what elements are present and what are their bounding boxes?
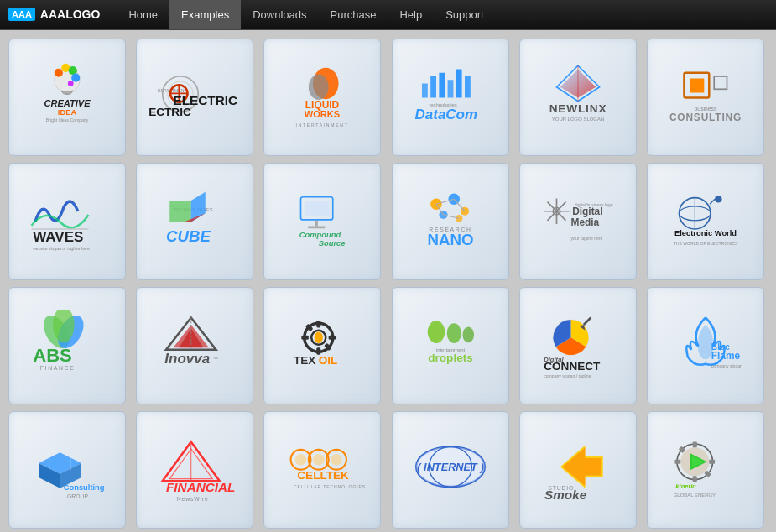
logo-card-consulting-group[interactable]: Consulting GROUP — [8, 411, 126, 529]
svg-text:( INTERNET ): ( INTERNET ) — [417, 461, 483, 473]
logo-card-celltek[interactable]: CELLTEK CELLULAR TECHNOLOGIES — [263, 411, 381, 529]
logo-card-studio-smoke[interactable]: STUDIO Smoke — [519, 411, 637, 529]
svg-text:WAVES: WAVES — [33, 229, 83, 245]
nav-help[interactable]: Help — [388, 0, 434, 29]
svg-rect-149 — [693, 441, 697, 447]
svg-rect-98 — [329, 335, 336, 339]
svg-rect-50 — [305, 201, 330, 216]
svg-rect-28 — [465, 76, 471, 98]
svg-text:NewsWire: NewsWire — [177, 496, 209, 502]
logo-card-kinetic[interactable]: kinetic GLOBAL ENERGY — [647, 411, 764, 529]
svg-text:YOUR LOGO SLOGAN: YOUR LOGO SLOGAN — [551, 116, 603, 121]
logo-card-financial[interactable]: FINANCIAL NewsWire — [136, 411, 253, 529]
svg-text:Bright Ideas Company: Bright Ideas Company — [46, 117, 89, 122]
svg-text:kinetic: kinetic — [675, 482, 696, 489]
nav-downloads[interactable]: Downloads — [241, 0, 318, 29]
svg-rect-27 — [456, 69, 461, 97]
svg-rect-23 — [422, 83, 428, 97]
svg-rect-150 — [693, 476, 697, 482]
svg-rect-151 — [674, 459, 680, 463]
svg-marker-45 — [169, 201, 191, 222]
svg-text:droplets: droplets — [428, 352, 473, 364]
logo-card-digital-connect[interactable]: Digital CONNECT company slogan / tagline — [519, 287, 637, 404]
svg-rect-95 — [317, 320, 321, 327]
svg-text:Smoke: Smoke — [544, 488, 587, 502]
svg-text:ABS: ABS — [33, 345, 72, 366]
svg-rect-26 — [447, 80, 453, 97]
nav-support[interactable]: Support — [434, 0, 496, 29]
nav-home[interactable]: Home — [117, 0, 169, 29]
svg-rect-52 — [308, 226, 325, 228]
svg-text:WORKS: WORKS — [305, 109, 340, 119]
logo-card-electronic-world[interactable]: Electronic World THE WORLD OF ELECTRONIC… — [647, 163, 764, 280]
navbar: AAA AAALOGO Home Examples Downloads Purc… — [0, 0, 776, 30]
logo-card-liquidworks[interactable]: LIQUID WORKS INTERTAINMENT — [263, 39, 381, 156]
svg-text:company slogan / tagline: company slogan / tagline — [544, 373, 591, 378]
logo-card-tex-oil[interactable]: TEX OIL — [263, 287, 381, 404]
svg-point-105 — [446, 323, 461, 343]
svg-text:IDEA: IDEA — [58, 107, 77, 116]
logo-card-internet[interactable]: ( INTERNET ) — [392, 411, 509, 529]
svg-text:Electronic World: Electronic World — [674, 229, 737, 237]
svg-point-106 — [462, 326, 474, 342]
nav-brand-text: AAALOGO — [40, 8, 101, 21]
svg-text:ELECTRIC: ELECTRIC — [174, 93, 238, 107]
svg-point-2 — [55, 68, 63, 76]
logo-card-datacom[interactable]: technologies DataCom — [392, 39, 509, 156]
svg-point-134 — [295, 453, 307, 465]
svg-point-5 — [71, 73, 80, 81]
logo-card-inovva[interactable]: Inovva ™ — [136, 287, 253, 404]
logo-card-waves[interactable]: WAVES website slogan or tagline here — [8, 163, 126, 280]
svg-point-19 — [309, 74, 329, 100]
logo-card-creative-idea[interactable]: CREATIVE IDEA Bright Ideas Company — [8, 39, 126, 156]
nav-brand: AAA AAALOGO — [8, 8, 100, 21]
svg-rect-24 — [430, 76, 436, 98]
logo-card-electric[interactable]: DEPARTMENT ELECTRIC ELECTRIC — [136, 39, 253, 156]
nav-logo-box: AAA — [8, 8, 35, 21]
svg-line-79 — [710, 199, 715, 204]
svg-rect-97 — [302, 335, 310, 339]
svg-text:FINANCE: FINANCE — [40, 365, 76, 371]
logo-card-abs[interactable]: ABS FINANCE — [8, 287, 126, 404]
logo-card-digital-media[interactable]: digital business logo Digital Media your… — [519, 163, 637, 280]
svg-text:your tagline here: your tagline here — [570, 235, 602, 240]
svg-text:TEX: TEX — [294, 353, 315, 366]
svg-text:NEWLINX: NEWLINX — [549, 102, 607, 114]
svg-point-136 — [331, 453, 343, 465]
svg-point-6 — [68, 81, 74, 86]
svg-text:CREATIVE: CREATIVE — [44, 97, 91, 107]
logo-card-blue-flame[interactable]: Blue Flame company slogan — [647, 287, 764, 404]
logo-card-nano[interactable]: RESEARCH NANO — [392, 163, 509, 280]
svg-point-59 — [455, 215, 462, 222]
logo-card-business-consulting[interactable]: business CONSULTING — [647, 39, 764, 156]
logo-card-cube[interactable]: TECHNOLOGIES CUBE — [136, 163, 253, 280]
svg-text:DataCom: DataCom — [414, 107, 477, 123]
svg-text:INTERTAINMENT: INTERTAINMENT — [296, 122, 349, 127]
logo-card-newlinx[interactable]: NEWLINX YOUR LOGO SLOGAN — [519, 39, 637, 156]
svg-rect-152 — [709, 459, 715, 463]
svg-rect-1 — [63, 91, 71, 94]
svg-text:Digital: Digital — [572, 206, 602, 217]
svg-text:CONSULTING: CONSULTING — [669, 111, 742, 123]
svg-text:CUBE: CUBE — [166, 227, 211, 245]
svg-text:CONNECT: CONNECT — [544, 360, 601, 373]
svg-text:Source: Source — [319, 239, 346, 248]
svg-text:THE WORLD OF ELECTRONICS: THE WORLD OF ELECTRONICS — [673, 240, 737, 245]
svg-text:Consulting: Consulting — [64, 483, 105, 492]
svg-point-135 — [313, 453, 325, 465]
svg-text:NANO: NANO — [427, 230, 473, 248]
svg-line-110 — [583, 317, 591, 325]
logo-card-compound-source[interactable]: Compound Source — [263, 163, 381, 280]
svg-text:Flame: Flame — [711, 349, 741, 361]
svg-point-101 — [315, 331, 323, 343]
svg-text:GROUP: GROUP — [67, 493, 88, 499]
svg-text:Media: Media — [570, 216, 599, 227]
svg-rect-37 — [690, 78, 704, 92]
svg-rect-51 — [315, 220, 318, 226]
nav-purchase[interactable]: Purchase — [319, 0, 388, 29]
svg-text:website slogan or tagline here: website slogan or tagline here — [33, 246, 90, 251]
logo-card-droplets[interactable]: intertainment droplets — [392, 287, 509, 404]
nav-examples[interactable]: Examples — [169, 0, 241, 29]
svg-text:CELLTEK: CELLTEK — [298, 468, 350, 481]
svg-point-78 — [715, 196, 722, 203]
